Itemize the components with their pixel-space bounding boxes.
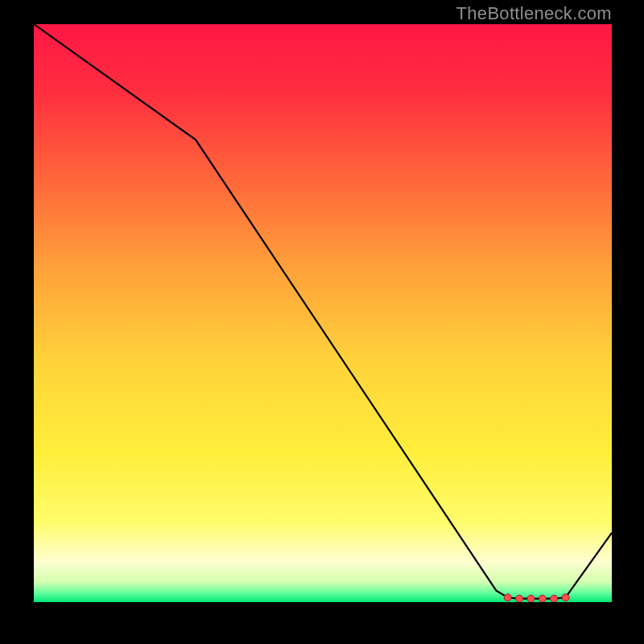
gradient-background <box>34 24 612 602</box>
data-point <box>527 595 535 602</box>
data-point <box>562 594 569 601</box>
data-point <box>551 595 558 602</box>
data-point <box>516 595 523 602</box>
attribution-label: TheBottleneck.com <box>456 3 612 24</box>
data-point <box>539 595 546 602</box>
data-point <box>504 594 511 601</box>
chart-container: TheBottleneck.com <box>0 0 644 644</box>
bottleneck-chart <box>34 24 612 602</box>
